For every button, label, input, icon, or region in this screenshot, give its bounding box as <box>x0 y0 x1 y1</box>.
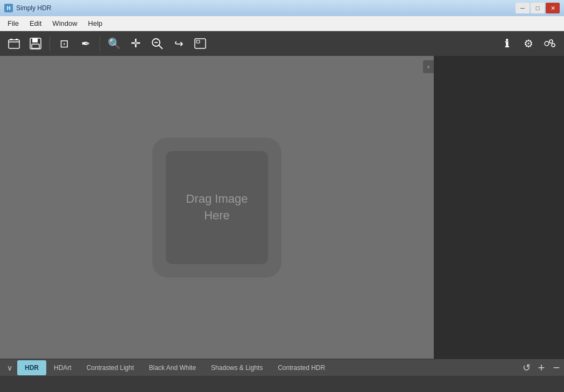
toolbar-separator-1 <box>50 36 50 51</box>
tab-contrasted-hdr[interactable]: Contrasted HDR <box>270 360 333 375</box>
rotate-button[interactable]: ↪ <box>169 34 188 53</box>
window-controls: ─ □ ✕ <box>516 3 560 13</box>
zoom-in-button[interactable]: 🔍 <box>104 34 124 53</box>
svg-point-11 <box>545 41 549 46</box>
minimize-button[interactable]: ─ <box>516 3 530 13</box>
svg-rect-5 <box>32 44 39 48</box>
tab-hdart[interactable]: HDArt <box>46 360 79 375</box>
app-icon: H <box>4 4 13 12</box>
close-button[interactable]: ✕ <box>546 3 560 13</box>
app-title: Simply HDR <box>16 4 516 12</box>
save-image-button[interactable] <box>26 34 45 53</box>
drag-drop-zone[interactable]: Drag ImageHere <box>152 138 281 277</box>
menu-edit[interactable]: Edit <box>24 17 47 30</box>
svg-rect-4 <box>32 38 38 42</box>
menu-help[interactable]: Help <box>83 17 108 30</box>
settings-button[interactable]: ⚙ <box>519 34 538 53</box>
info-button[interactable]: ℹ <box>497 34 517 53</box>
fullscreen-button[interactable] <box>191 34 210 53</box>
titlebar: H Simply HDR ─ □ ✕ <box>0 0 564 16</box>
effects-button[interactable] <box>540 34 560 53</box>
bottom-strip <box>0 376 564 392</box>
svg-line-7 <box>159 45 163 49</box>
canvas-area[interactable]: › Drag ImageHere <box>0 56 434 359</box>
open-image-button[interactable] <box>4 34 24 53</box>
zoom-out-button[interactable] <box>147 34 167 53</box>
right-panel <box>434 56 564 359</box>
move-button[interactable]: ✛ <box>126 34 145 53</box>
svg-point-12 <box>549 40 553 43</box>
remove-tab-button[interactable]: − <box>549 360 564 375</box>
svg-rect-0 <box>9 40 19 48</box>
refresh-tab-button[interactable]: ↺ <box>519 360 534 375</box>
tab-hdr[interactable]: HDR <box>17 360 46 375</box>
toolbar: ⊡ ✒ 🔍 ✛ ↪ ℹ ⚙ <box>0 31 564 56</box>
maximize-button[interactable]: □ <box>531 3 545 13</box>
toolbar-separator-2 <box>100 36 100 51</box>
tab-black-and-white[interactable]: Black And White <box>142 360 203 375</box>
svg-rect-2 <box>16 39 18 40</box>
tabs-bar: ∨ HDR HDArt Contrasted Light Black And W… <box>0 359 564 376</box>
add-tab-button[interactable]: + <box>534 360 549 375</box>
drag-image-prompt: Drag ImageHere <box>186 191 248 224</box>
drag-box-inner: Drag ImageHere <box>166 151 268 264</box>
svg-rect-9 <box>195 39 206 48</box>
tab-contrasted-light[interactable]: Contrasted Light <box>79 360 142 375</box>
svg-point-13 <box>552 44 555 47</box>
crop-button[interactable]: ⊡ <box>54 34 74 53</box>
menu-file[interactable]: File <box>2 17 24 30</box>
straighten-button[interactable]: ✒ <box>76 34 95 53</box>
menu-window[interactable]: Window <box>47 17 82 30</box>
tab-shadows-lights[interactable]: Shadows & Lights <box>203 360 270 375</box>
panel-toggle-button[interactable]: › <box>423 60 434 73</box>
svg-rect-1 <box>10 39 12 40</box>
svg-rect-10 <box>196 40 200 43</box>
menubar: File Edit Window Help <box>0 16 564 31</box>
tabs-dropdown-button[interactable]: ∨ <box>2 360 17 375</box>
main-area: › Drag ImageHere <box>0 56 564 359</box>
